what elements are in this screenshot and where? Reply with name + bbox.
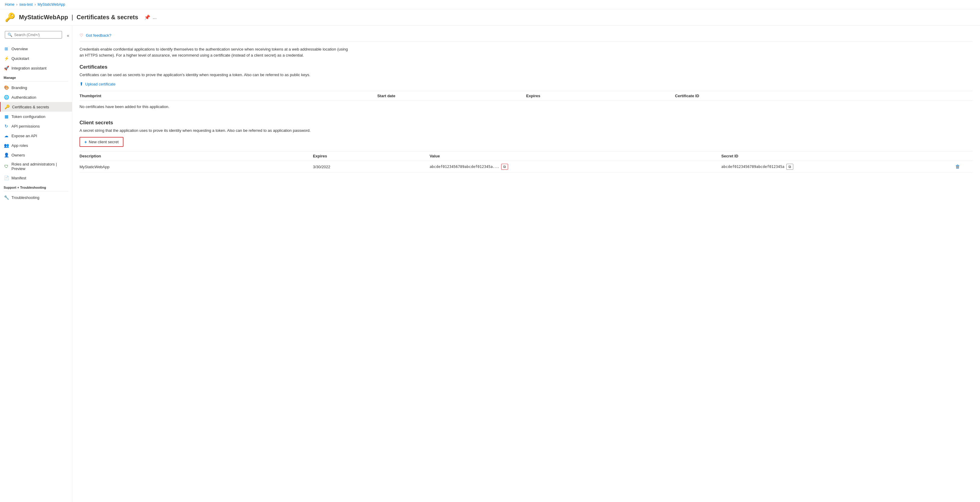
integration-icon: 🚀: [3, 65, 9, 71]
certificates-table: Thumbprint Start date Expires Certificat…: [80, 91, 973, 113]
upload-icon: ⬆: [80, 81, 83, 87]
sidebar-item-troubleshooting[interactable]: 🔧 Troubleshooting: [0, 192, 72, 202]
secret-description: MyStaticWebApp: [80, 165, 313, 169]
manifest-icon: 📄: [3, 175, 9, 181]
overview-icon: ⊞: [3, 46, 9, 51]
copy-icon: ⧉: [503, 165, 506, 169]
certificates-title: Certificates: [80, 64, 973, 70]
secret-value-cell: abcdef0123456789abcdef012345a... ⧉: [430, 164, 721, 170]
copy-value-button[interactable]: ⧉: [501, 164, 508, 170]
page-header: 🔑 MyStaticWebApp | Certificates & secret…: [0, 10, 980, 25]
feedback-link[interactable]: Got feedback?: [86, 33, 111, 38]
search-icon: 🔍: [8, 32, 12, 37]
manage-section-label: Manage: [0, 73, 72, 81]
sidebar-item-roles[interactable]: 🛡 Roles and administrators | Preview: [0, 160, 72, 173]
heart-icon: ♡: [80, 33, 83, 38]
sidebar-item-overview[interactable]: ⊞ Overview: [0, 44, 72, 54]
header-actions: 📌 ...: [144, 14, 157, 20]
owners-icon: 👤: [3, 152, 9, 158]
secret-value: abcdef0123456789abcdef012345a...: [430, 165, 499, 169]
sidebar-item-expose-api[interactable]: ☁ Expose an API: [0, 131, 72, 141]
quickstart-icon: ⚡: [3, 56, 9, 61]
delete-secret-button[interactable]: 🗑: [955, 164, 961, 170]
secret-id-cell: abcdef0123456789abcdef012345a ⧉: [721, 164, 955, 170]
breadcrumb: Home › swa-test › MyStaticWebApp: [0, 0, 980, 10]
app-icon: 🔑: [5, 12, 15, 22]
pin-icon[interactable]: 📌: [144, 14, 150, 20]
secrets-table-header: Description Expires Value Secret ID: [80, 151, 973, 161]
certificates-table-header: Thumbprint Start date Expires Certificat…: [80, 91, 973, 101]
branding-icon: 🎨: [3, 85, 9, 90]
upload-certificate-link[interactable]: ⬆ Upload certificate: [80, 81, 973, 87]
sidebar: 🔍 « ⊞ Overview ⚡ Quickstart 🚀 Integratio…: [0, 25, 72, 502]
intro-description: Credentials enable confidential applicat…: [80, 46, 350, 58]
certificates-icon: 🔑: [4, 104, 10, 110]
troubleshooting-icon: 🔧: [3, 195, 9, 200]
collapse-sidebar-button[interactable]: «: [66, 32, 70, 38]
certificates-section: Certificates Certificates can be used as…: [80, 64, 973, 113]
main-content: ♡ Got feedback? Credentials enable confi…: [72, 25, 980, 502]
page-title: MyStaticWebApp | Certificates & secrets: [19, 14, 138, 21]
breadcrumb-swa-test[interactable]: swa-test: [19, 2, 33, 6]
copy-id-icon: ⧉: [789, 165, 791, 169]
secret-expires: 3/30/2022: [313, 165, 430, 169]
authentication-icon: 🌐: [3, 94, 9, 100]
sidebar-item-certificates[interactable]: 🔑 Certificates & secrets: [0, 102, 72, 112]
api-permissions-icon: ↻: [3, 123, 9, 129]
search-input[interactable]: [14, 33, 59, 37]
support-section-label: Support + Troubleshooting: [0, 183, 72, 191]
plus-icon: +: [84, 139, 87, 145]
app-roles-icon: 👥: [3, 143, 9, 148]
client-secrets-section: Client secrets A secret string that the …: [80, 120, 973, 173]
sidebar-item-quickstart[interactable]: ⚡ Quickstart: [0, 54, 72, 63]
sidebar-item-app-roles[interactable]: 👥 App roles: [0, 141, 72, 150]
client-secrets-title: Client secrets: [80, 120, 973, 126]
sidebar-item-integration[interactable]: 🚀 Integration assistant: [0, 63, 72, 73]
sidebar-item-api-permissions[interactable]: ↻ API permissions: [0, 121, 72, 131]
sidebar-item-owners[interactable]: 👤 Owners: [0, 150, 72, 160]
client-secrets-table: Description Expires Value Secret ID MySt…: [80, 151, 973, 173]
new-client-secret-button[interactable]: + New client secret: [80, 137, 124, 147]
sidebar-item-token[interactable]: ▦ Token configuration: [0, 112, 72, 121]
certificates-empty-message: No certificates have been added for this…: [80, 101, 973, 113]
more-options-button[interactable]: ...: [153, 15, 157, 20]
sidebar-item-manifest[interactable]: 📄 Manifest: [0, 173, 72, 183]
search-box[interactable]: 🔍: [5, 31, 62, 38]
feedback-bar: ♡ Got feedback?: [80, 30, 973, 41]
token-icon: ▦: [3, 114, 9, 119]
breadcrumb-home[interactable]: Home: [5, 2, 14, 6]
client-secrets-description: A secret string that the application use…: [80, 128, 350, 133]
sidebar-item-branding[interactable]: 🎨 Branding: [0, 83, 72, 92]
secret-id: abcdef0123456789abcdef012345a: [721, 165, 784, 169]
expose-api-icon: ☁: [3, 133, 9, 138]
copy-id-button[interactable]: ⧉: [786, 164, 793, 170]
sidebar-item-authentication[interactable]: 🌐 Authentication: [0, 92, 72, 102]
breadcrumb-app[interactable]: MyStaticWebApp: [38, 2, 65, 6]
certificates-description: Certificates can be used as secrets to p…: [80, 73, 350, 77]
table-row: MyStaticWebApp 3/30/2022 abcdef012345678…: [80, 161, 973, 173]
roles-icon: 🛡: [3, 164, 9, 169]
